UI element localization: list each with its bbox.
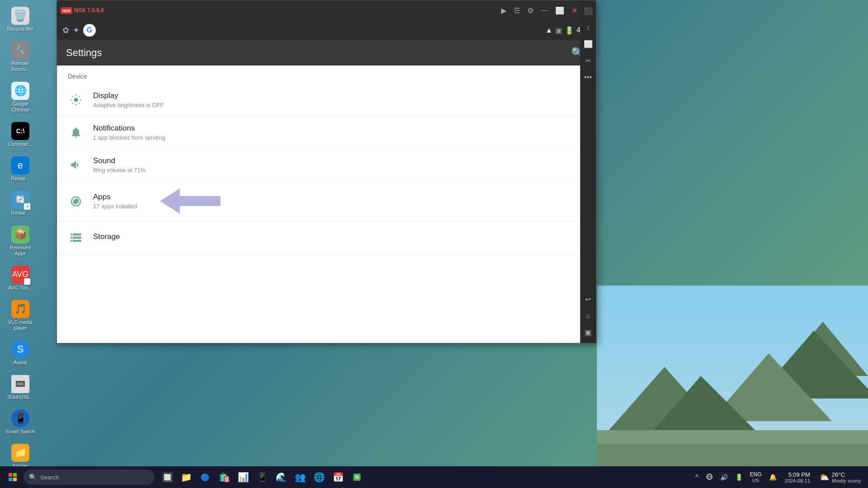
apps-item-title: Apps (93, 192, 137, 202)
desktop-icon-file[interactable]: IMG 35840295... (2, 373, 38, 403)
taskbar-search-bar[interactable]: 🔍 Search (23, 469, 155, 485)
nox-logo-box: nox (61, 7, 72, 14)
nox-play-btn[interactable]: ▶ (497, 5, 510, 17)
desktop-icon-label-remote-recover: Remote Recov... (5, 61, 36, 72)
android-icon-1[interactable]: ✿ (62, 25, 69, 35)
display-item-text: Display Adaptive brightness is OFF (93, 91, 164, 108)
settings-title: Settings (66, 47, 568, 59)
sidebar-btn-1[interactable]: ⬛ (581, 4, 596, 18)
sidebar-btn-recent[interactable]: ▣ (582, 325, 594, 339)
google-icon[interactable]: G (83, 24, 96, 37)
apps-item-text: Apps 17 apps installed (93, 192, 137, 210)
taskbar-icon-app1[interactable]: 📊 (234, 468, 252, 486)
arrow-head (160, 188, 180, 214)
taskbar-icon-nox-launcher[interactable]: 🔵 (196, 468, 214, 486)
desktop-icon-command-prompt[interactable]: C:\ Comman... (2, 120, 38, 150)
nox-minimize-btn[interactable]: — (537, 5, 552, 16)
display-item-title: Display (93, 91, 164, 100)
storage-item-title: Storage (93, 232, 120, 241)
settings-item-notifications[interactable]: Notifications 1 app blocked from sending (57, 116, 596, 149)
tray-network-icon[interactable] (703, 471, 716, 483)
taskbar-icon-chrome[interactable]: 🌐 (310, 468, 328, 486)
sidebar-btn-5[interactable]: ••• (582, 70, 595, 84)
android-icon-2[interactable]: ✦ (73, 25, 80, 35)
nox-title-bar: nox NOX 7.0.6.0 ▶ ☰ ⚙ — ⬜ ✕ ⟪ (57, 0, 596, 20)
taskbar-search-label: Search (40, 474, 59, 481)
desktop-icon-label-removed-apps: Removed Apps (5, 245, 36, 257)
tray-chevron[interactable]: ^ (693, 472, 701, 483)
nox-close-btn[interactable]: ✕ (568, 5, 581, 17)
nox-restore-btn[interactable]: ⬜ (552, 5, 568, 17)
taskbar-language[interactable]: ENG US (747, 471, 765, 483)
weather-info: 26°C Mostly sunny (832, 471, 861, 483)
clock-time: 5:09 PM (785, 471, 810, 478)
settings-item-storage[interactable]: Storage (57, 221, 596, 254)
desktop-icon-edge[interactable]: e Restar... (2, 154, 38, 184)
taskbar-icon-microsoft-store[interactable]: 🛍️ (215, 468, 233, 486)
desktop-icon-avg-tuneup[interactable]: AVG ↗ AVG Tun... (2, 263, 38, 293)
nox-version-label: NOX 7.0.6.0 (74, 7, 104, 14)
desktop-icon-label-avg: AVG Tun... (9, 285, 33, 291)
nox-sidebar: ⬛ ↕ ⬜ ✂ ••• ↩ ⌂ ▣ (580, 0, 596, 343)
desktop-icon-label-restart: Restar... (11, 210, 30, 216)
settings-item-sound[interactable]: Sound Ring volume at 71% (57, 149, 596, 181)
display-icon (68, 92, 84, 108)
desktop-icon-vlc[interactable]: 🎵 VLC media player (2, 298, 38, 333)
desktop-icon-assist[interactable]: S Assist (2, 338, 38, 368)
android-status-bar: ✿ ✦ G ▲ ▣ 🔋 4:12 (57, 20, 596, 40)
sidebar-btn-4[interactable]: ✂ (582, 54, 594, 68)
taskbar-icon-calendar[interactable]: 📅 (329, 468, 347, 486)
svg-rect-10 (13, 473, 17, 477)
desktop-icon-chrome[interactable]: 🌐 Google Chrome (2, 80, 38, 115)
weather-widget[interactable]: ⛅ 26°C Mostly sunny (816, 469, 864, 485)
nox-settings-btn[interactable]: ⚙ (524, 5, 537, 17)
desktop-icon-label-file: 35840295... (7, 394, 33, 400)
sidebar-btn-3[interactable]: ⬜ (581, 37, 596, 51)
svg-rect-7 (597, 444, 868, 466)
desktop-icon-smart-switch[interactable]: 📱 Smart Switch (2, 407, 38, 437)
clock-date: 2024-08-11 (785, 478, 810, 483)
taskbar-icon-nox[interactable]: N (348, 468, 366, 486)
apps-item-subtitle: 17 apps installed (93, 203, 137, 210)
windows-start-button[interactable] (4, 468, 22, 486)
svg-rect-9 (9, 473, 12, 477)
nox-player-window: nox NOX 7.0.6.0 ▶ ☰ ⚙ — ⬜ ✕ ⟪ ✿ ✦ G ▲ ▣ … (56, 0, 596, 343)
desktop-icon-recycle-bin[interactable]: 🗑️ Recycle Bin (2, 5, 38, 34)
settings-item-display[interactable]: Display Adaptive brightness is OFF (57, 84, 596, 116)
svg-rect-11 (9, 478, 12, 481)
sidebar-btn-2[interactable]: ↕ (584, 21, 593, 34)
desktop-icon-removed-apps[interactable]: 📦 Removed Apps (2, 223, 38, 259)
apps-icon (68, 193, 84, 209)
sidebar-btn-back[interactable]: ↩ (582, 292, 594, 306)
desktop-icon-label-smart-switch: Smart Switch (6, 429, 35, 435)
windows-taskbar: 🔍 Search 🔲 📁 🔵 🛍️ 📊 📱 🌊 👥 🌐 📅 N ^ 🔊 🔋 (0, 466, 868, 488)
desktop-icon-label-assist: Assist (14, 360, 27, 366)
sidebar-btn-home[interactable]: ⌂ (583, 309, 593, 323)
tray-volume-icon[interactable]: 🔊 (718, 472, 731, 483)
taskbar-clock[interactable]: 5:09 PM 2024-08-11 (781, 471, 814, 483)
sound-item-subtitle: Ring volume at 71% (93, 167, 145, 174)
taskbar-icon-teams[interactable]: 👥 (291, 468, 309, 486)
desktop-icon-remote-recover[interactable]: 🔧 Remote Recov... (2, 39, 38, 75)
arrow-body (180, 196, 221, 206)
nox-menu-btn[interactable]: ☰ (510, 5, 524, 17)
svg-rect-12 (13, 478, 17, 481)
sound-item-title: Sound (93, 156, 145, 165)
sound-item-text: Sound Ring volume at 71% (93, 156, 145, 174)
bg-landscape (597, 286, 868, 466)
weather-icon: ⛅ (819, 472, 829, 482)
notifications-item-subtitle: 1 app blocked from sending (93, 134, 165, 141)
desktop-icons-area: 🗑️ Recycle Bin 🔧 Remote Recov... 🌐 Googl… (0, 0, 54, 476)
taskbar-icon-widgets[interactable]: 🔲 (158, 468, 176, 486)
weather-condition: Mostly sunny (832, 478, 861, 483)
settings-list: Device Display Adaptive brightness is OF… (57, 66, 596, 343)
settings-item-apps[interactable]: Apps 17 apps installed (57, 181, 596, 221)
desktop-icon-label-edge: Restar... (11, 176, 30, 182)
taskbar-icon-file-explorer[interactable]: 📁 (177, 468, 195, 486)
desktop-icon-restart[interactable]: 🔄 ↗ Restar... (2, 188, 38, 218)
taskbar-icon-edge[interactable]: 🌊 (272, 468, 290, 486)
signal-icon: ▣ (555, 26, 562, 35)
tray-notifications-icon[interactable]: 🔔 (766, 472, 779, 483)
taskbar-icon-samsung[interactable]: 📱 (253, 468, 271, 486)
tray-battery-icon[interactable]: 🔋 (732, 472, 746, 483)
